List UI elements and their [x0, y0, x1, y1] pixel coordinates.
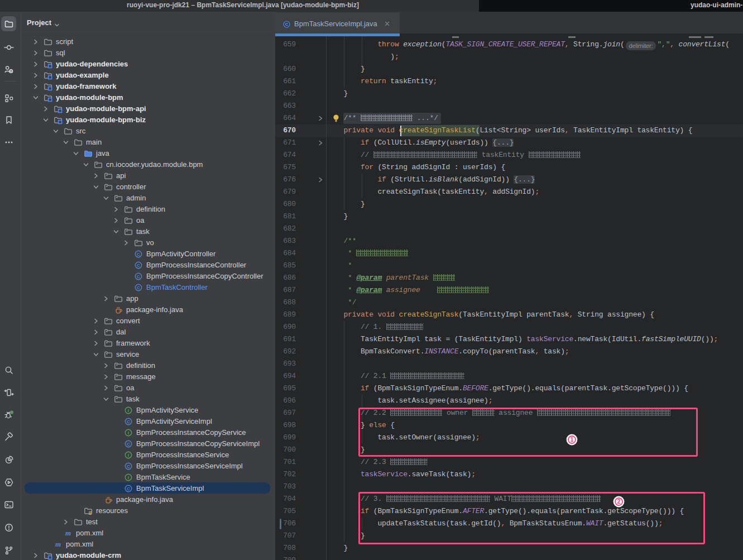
svg-text:C: C	[127, 419, 130, 424]
svg-text:C: C	[137, 285, 140, 290]
svg-text:I: I	[128, 430, 129, 435]
svg-text:C: C	[137, 263, 140, 268]
svg-text:C: C	[127, 442, 130, 447]
svg-text:C: C	[137, 274, 140, 279]
svg-text:I: I	[128, 408, 129, 413]
svg-text:C: C	[137, 252, 140, 257]
svg-text:C: C	[127, 464, 130, 469]
svg-text:C: C	[285, 22, 289, 27]
svg-text:C: C	[127, 486, 130, 491]
svg-text:I: I	[128, 453, 129, 458]
svg-text:I: I	[128, 475, 129, 480]
